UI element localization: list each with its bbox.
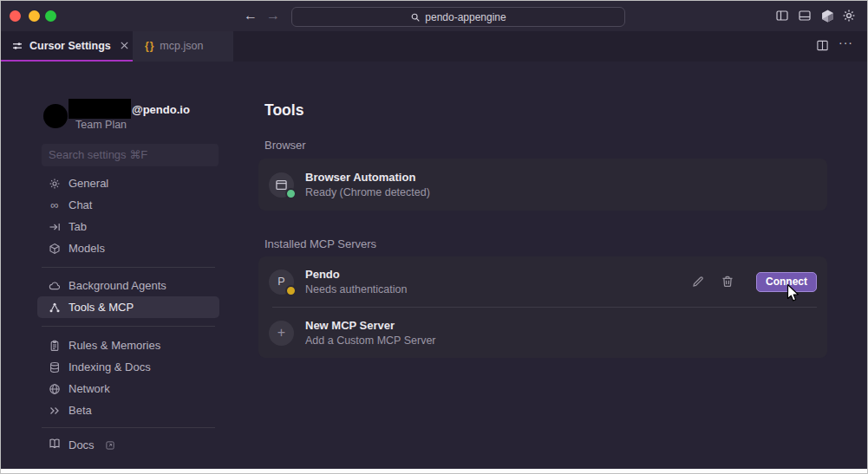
sidebar-item-chat[interactable]: ∞ Chat — [37, 194, 219, 216]
command-center-search[interactable]: pendo-appengine — [291, 7, 625, 27]
server-name: Pendo — [305, 268, 690, 281]
new-mcp-server-row[interactable]: + New MCP Server Add a Custom MCP Server — [258, 308, 827, 358]
globe-icon — [49, 383, 61, 395]
arrow-to-bar-icon — [49, 221, 61, 233]
sidebar-item-tools-mcp[interactable]: Tools & MCP — [37, 296, 219, 318]
database-icon — [49, 361, 61, 373]
mcp-section-label: Installed MCP Servers — [264, 237, 376, 250]
sidebar-item-label: Models — [69, 242, 105, 255]
sidebar-item-label: Tab — [69, 220, 87, 233]
json-braces-icon: {} — [145, 40, 154, 52]
browser-automation-avatar — [269, 172, 294, 198]
sidebar-item-background-agents[interactable]: Background Agents — [37, 275, 219, 296]
sidebar-item-label: Rules & Memories — [69, 339, 160, 352]
tab-mcp-json[interactable]: {} mcp.json — [133, 31, 233, 62]
search-icon — [410, 12, 421, 23]
toggle-panel-icon[interactable] — [798, 9, 812, 23]
sliders-icon — [11, 40, 23, 52]
book-icon — [49, 438, 61, 452]
new-server-subtitle: Add a Custom MCP Server — [305, 334, 817, 347]
tab-label: Cursor Settings — [29, 40, 111, 52]
app-window: ← → pendo-appengine — [0, 0, 868, 474]
sidebar-item-indexing-docs[interactable]: Indexing & Docs — [37, 356, 219, 378]
page-title: Tools — [264, 101, 303, 120]
mcp-server-row-pendo[interactable]: P Pendo Needs authentication — [258, 256, 827, 307]
tab-cursor-settings[interactable]: Cursor Settings — [1, 31, 133, 62]
clipboard-icon — [49, 340, 61, 352]
gear-icon — [49, 178, 61, 190]
tab-label: mcp.json — [160, 40, 203, 52]
edit-pencil-icon[interactable] — [690, 274, 706, 289]
forward-arrow-icon[interactable]: → — [264, 6, 283, 25]
sidebar-divider — [42, 427, 215, 428]
cloud-icon — [49, 280, 61, 292]
browser-automation-card[interactable]: Browser Automation Ready (Chrome detecte… — [258, 159, 827, 211]
sidebar-item-rules-memories[interactable]: Rules & Memories — [37, 334, 219, 356]
zoom-window-button[interactable] — [45, 10, 56, 22]
sidebar-item-beta[interactable]: Beta — [37, 399, 219, 421]
plus-icon: + — [277, 325, 285, 341]
sidebar-item-label: Tools & MCP — [69, 301, 134, 314]
titlebar: ← → pendo-appengine — [1, 1, 867, 31]
new-server-title: New MCP Server — [305, 319, 817, 332]
sidebar-item-label: Chat — [69, 198, 92, 211]
tool-title: Browser Automation — [305, 171, 817, 184]
tabbar: Cursor Settings {} mcp.json ··· — [1, 31, 867, 62]
minimize-window-button[interactable] — [29, 10, 40, 22]
browser-section-label: Browser — [264, 139, 306, 152]
sidebar-item-tab[interactable]: Tab — [37, 216, 219, 237]
search-value: pendo-appengine — [425, 11, 506, 23]
sidebar-item-models[interactable]: Models — [37, 237, 219, 259]
infinity-icon: ∞ — [49, 199, 61, 211]
search-settings-input[interactable]: Search settings ⌘F — [42, 144, 219, 166]
mouse-cursor — [784, 283, 799, 308]
more-actions-icon[interactable]: ··· — [839, 36, 853, 49]
status-ready-dot — [285, 188, 297, 199]
cursor-cube-logo-icon[interactable] — [820, 9, 835, 23]
sidebar-item-general[interactable]: General — [37, 172, 219, 194]
split-editor-icon[interactable] — [816, 39, 829, 55]
pendo-server-avatar: P — [269, 269, 294, 295]
toggle-primary-sidebar-icon[interactable] — [775, 9, 789, 23]
sidebar-item-label: General — [69, 177, 108, 190]
settings-gear-icon[interactable] — [842, 9, 856, 23]
external-link-icon — [105, 440, 115, 451]
network-nodes-icon — [49, 302, 61, 314]
status-warning-dot — [285, 285, 297, 296]
server-initial: P — [277, 276, 284, 288]
close-tab-icon[interactable] — [120, 41, 129, 50]
sidebar-divider — [42, 267, 215, 268]
sidebar-item-network[interactable]: Network — [37, 378, 219, 399]
server-status: Needs authentication — [305, 283, 690, 295]
sidebar-item-label: Docs — [69, 438, 95, 451]
double-chevron-icon — [49, 405, 61, 417]
avatar — [43, 104, 68, 128]
account-handle: @pendo.io — [132, 103, 190, 116]
settings-nav: General ∞ Chat Tab — [37, 172, 219, 456]
sidebar-item-label: Indexing & Docs — [69, 360, 151, 373]
back-arrow-icon[interactable]: ← — [241, 6, 260, 25]
close-window-button[interactable] — [10, 10, 21, 22]
cube-icon — [49, 243, 61, 255]
sidebar-item-label: Background Agents — [69, 279, 166, 292]
mcp-servers-card: P Pendo Needs authentication — [258, 256, 827, 358]
account-plan: Team Plan — [75, 119, 127, 131]
sidebar-item-label: Network — [69, 382, 110, 395]
delete-trash-icon[interactable] — [720, 274, 735, 289]
tool-status: Ready (Chrome detected) — [305, 186, 817, 198]
add-server-avatar: + — [269, 321, 294, 346]
sidebar-divider — [42, 326, 215, 327]
sidebar-item-docs[interactable]: Docs — [37, 434, 219, 456]
cursor-editor-window: ← → pendo-appengine — [1, 1, 867, 469]
redacted-username — [69, 99, 131, 119]
sidebar-item-label: Beta — [69, 404, 92, 417]
